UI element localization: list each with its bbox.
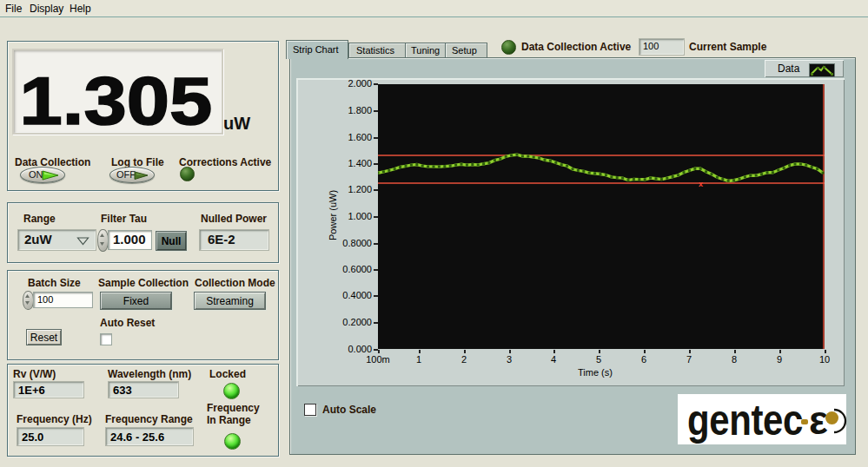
svg-text:x: x bbox=[699, 180, 703, 188]
